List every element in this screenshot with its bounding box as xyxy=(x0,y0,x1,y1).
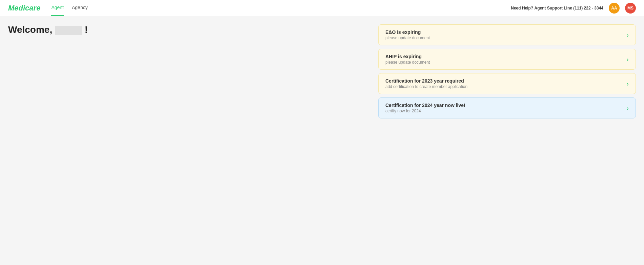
support-line: Agent Support Line (111) 222 - 3344 xyxy=(535,6,603,10)
alert-cert2023[interactable]: Certification for 2023 year required add… xyxy=(378,73,636,94)
app-header: Medicare Agent Agency Need Help? Agent S… xyxy=(0,0,644,16)
alert-cert2023-sub: add certification to create member appli… xyxy=(385,84,467,89)
welcome-message: Welcome, ! xyxy=(8,24,370,35)
alert-cert2023-title: Certification for 2023 year required xyxy=(385,78,467,84)
header-right: Need Help? Agent Support Line (111) 222 … xyxy=(511,3,636,14)
alert-ahip-chevron-icon: › xyxy=(626,56,629,63)
alert-eo-chevron-icon: › xyxy=(626,31,629,39)
welcome-prefix: Welcome, xyxy=(8,24,52,35)
avatar-aa[interactable]: AA xyxy=(609,3,620,14)
alert-eo-sub: please update document xyxy=(385,36,430,40)
alert-cert2024[interactable]: Certification for 2024 year now live! ce… xyxy=(378,97,636,118)
main-nav: Agent Agency xyxy=(51,0,511,16)
app-logo: Medicare xyxy=(8,4,40,13)
alert-cert2024-sub: certify now for 2024 xyxy=(385,109,465,113)
alert-cert2023-chevron-icon: › xyxy=(626,80,629,88)
alert-ahip[interactable]: AHIP is expiring please update document … xyxy=(378,49,636,70)
alert-cert2024-chevron-icon: › xyxy=(626,104,629,112)
nav-item-agent[interactable]: Agent xyxy=(51,0,64,16)
support-info: Need Help? Agent Support Line (111) 222 … xyxy=(511,6,603,10)
alert-ahip-title: AHIP is expiring xyxy=(385,54,430,59)
alert-panel: E&O is expiring please update document ›… xyxy=(378,24,636,257)
alert-ahip-sub: please update document xyxy=(385,60,430,65)
main-content: Welcome, ! E&O is expiring please update… xyxy=(0,16,644,265)
alert-cert2024-title: Certification for 2024 year now live! xyxy=(385,103,465,108)
nav-item-agency[interactable]: Agency xyxy=(72,0,88,16)
alert-eo[interactable]: E&O is expiring please update document › xyxy=(378,24,636,45)
welcome-suffix: ! xyxy=(85,24,88,35)
support-label: Need Help? xyxy=(511,6,533,10)
left-panel: Welcome, ! xyxy=(8,24,370,257)
avatar-ms[interactable]: MS xyxy=(625,3,636,14)
alert-eo-title: E&O is expiring xyxy=(385,29,430,35)
welcome-name-redacted xyxy=(55,26,82,35)
